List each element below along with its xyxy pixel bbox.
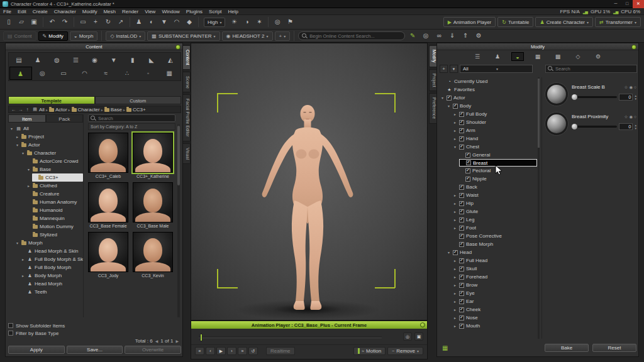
side-tab-visual[interactable]: Visual [183, 143, 191, 164]
spin-down-icon[interactable]: ▾ [635, 127, 636, 130]
close-button[interactable]: ✕ [633, 0, 644, 8]
expand-arrow-icon[interactable]: ▸ [453, 275, 457, 279]
morph-search[interactable] [545, 65, 637, 73]
expand-arrow-icon[interactable]: ▸ [453, 258, 457, 263]
accessory-icon[interactable]: ◆ [184, 16, 195, 28]
content-tree-item-head-morph[interactable]: ♟Head Morph [21, 280, 83, 288]
menu-modify[interactable]: Modify [79, 8, 101, 15]
content-tree-item-actorcore-crowd[interactable]: ActorCore Crowd [26, 157, 83, 165]
slider-track[interactable] [572, 96, 617, 98]
keyframe-icon[interactable]: ◉ [629, 85, 633, 90]
pants-icon[interactable]: ▮ [123, 53, 142, 67]
side-tab-modify[interactable]: Modify [429, 45, 436, 67]
category-checkbox[interactable]: ✓ [465, 153, 470, 158]
up-icon[interactable]: ↑ [24, 107, 31, 112]
reset-button[interactable]: Reset [592, 344, 636, 352]
expand-arrow-icon[interactable]: ▸ [453, 291, 457, 295]
substance-painter-button[interactable]: ▩SUBSTANCE PAINTER▾ [147, 31, 219, 41]
morph-category-dropdown[interactable]: All ▾ [460, 65, 533, 73]
morph-category-hip[interactable]: ▸✓Hip [453, 199, 537, 207]
bake-button[interactable]: Bake [545, 344, 589, 352]
realtime-button[interactable]: Realtime [266, 347, 295, 355]
save-project-icon[interactable]: ▣ [28, 16, 40, 28]
step-forward-button[interactable]: › [227, 347, 236, 355]
morph-category-mouth[interactable]: ▸✓Mouth [453, 322, 537, 330]
category-checkbox[interactable]: ✓ [459, 185, 464, 190]
link-icon[interactable]: ∞ [433, 30, 445, 41]
misc-icon[interactable]: ▦ [158, 67, 180, 80]
morph-category-glute[interactable]: ▸✓Glute [453, 207, 537, 216]
filter-base-type-checkbox[interactable]: Filter by Base Type [8, 329, 181, 337]
morph-category-eye[interactable]: ▸✓Eye [453, 289, 537, 297]
menu-render[interactable]: Render [119, 8, 142, 15]
morph-category-hand[interactable]: ▸✓Hand [453, 134, 537, 143]
attribute-tab-icon[interactable]: ☰ [471, 52, 484, 61]
keyframe-icon[interactable]: ◉ [629, 114, 633, 119]
item-tab[interactable]: Item [8, 114, 46, 123]
category-checkbox[interactable]: ✓ [459, 258, 464, 263]
rotate-tool-icon[interactable]: ↻ [103, 16, 114, 28]
morph-category-skull[interactable]: ▸✓Skull [453, 265, 537, 273]
category-checkbox[interactable]: ✓ [459, 209, 464, 214]
category-checkbox[interactable]: ✓ [459, 145, 464, 150]
texture-tab-icon[interactable]: ▩ [552, 52, 564, 61]
morph-category-arm[interactable]: ▸✓Arm [453, 126, 537, 134]
side-tab-scene[interactable]: Scene [183, 72, 191, 93]
category-checkbox[interactable]: ✓ [459, 266, 464, 272]
camera-icon[interactable]: ◎ [272, 16, 283, 28]
slider-knob[interactable] [572, 94, 577, 100]
morph-category-full-body[interactable]: ▸✓Full Body [453, 110, 537, 118]
slider-value-input[interactable]: 0 [619, 94, 633, 101]
expand-arrow-icon[interactable]: ▾ [453, 145, 457, 149]
menu-plugins[interactable]: Plugins [183, 8, 206, 15]
morph-category-nose[interactable]: ▸✓Nose [453, 314, 537, 322]
material-tab-icon[interactable]: ▦ [531, 52, 544, 61]
play-button[interactable]: ▶ [216, 347, 226, 355]
morph-category-currently-used[interactable]: ◔Currently Used [440, 77, 537, 85]
modify-toggle-button[interactable]: ✎ Modify [38, 31, 68, 41]
headshot-button[interactable]: ◉HEADSHOT 2▾ [222, 31, 273, 41]
menu-create[interactable]: Create [30, 8, 51, 15]
menu-help[interactable]: Help [225, 8, 242, 15]
content-tree-item-character[interactable]: ▾Character [21, 149, 83, 157]
paint-brush-icon[interactable]: ✎ [407, 30, 418, 41]
content-tree-item-project[interactable]: ▸Project [15, 133, 83, 141]
beard-icon[interactable]: ∴ [116, 67, 138, 80]
content-toggle-button[interactable]: ▤ Content [3, 31, 36, 41]
pack-tab[interactable]: Pack [46, 114, 84, 123]
online-search-input[interactable] [309, 33, 401, 39]
morph-category-pose-corrective[interactable]: ✓Pose Corrective [453, 232, 537, 240]
show-subfolder-checkbox[interactable]: Show Subfolder Items [8, 322, 181, 329]
side-tab-preference[interactable]: Preference [429, 93, 436, 123]
expand-arrow-icon[interactable]: ▸ [453, 299, 457, 304]
full-body-icon[interactable]: ♟ [9, 67, 32, 80]
expand-arrow-icon[interactable]: ▸ [21, 257, 25, 261]
expand-arrow-icon[interactable]: ▸ [453, 226, 457, 230]
hair-icon[interactable]: ◠ [74, 67, 96, 80]
spin-down-icon[interactable]: ▾ [635, 97, 636, 101]
content-tree-item-stylized[interactable]: Stylized [26, 231, 83, 239]
morph-category-waist[interactable]: ▸✓Waist [453, 191, 537, 199]
favorite-icon[interactable]: ☆ [625, 114, 628, 119]
shadow-icon[interactable]: ◑ [241, 16, 252, 28]
category-checkbox[interactable]: ✓ [459, 226, 464, 231]
skeleton-icon[interactable]: ☰ [66, 53, 85, 67]
morph-category-full-head[interactable]: ▸✓Full Head [453, 256, 537, 265]
category-checkbox[interactable]: ✓ [459, 217, 464, 222]
category-checkbox[interactable]: ✓ [459, 275, 464, 280]
morph-category-cheek[interactable]: ▸✓Cheek [453, 305, 537, 314]
category-checkbox[interactable]: ✓ [459, 193, 464, 198]
expand-arrow-icon[interactable]: ▸ [453, 266, 457, 271]
expand-arrow-icon[interactable]: ▸ [453, 128, 457, 133]
add-morph-button[interactable]: + [440, 65, 448, 73]
upload-icon[interactable]: ⇑ [460, 30, 471, 41]
category-checkbox[interactable]: ✓ [459, 315, 464, 321]
expand-arrow-icon[interactable]: ▸ [453, 315, 457, 320]
content-tree-item-morph[interactable]: ▾Morph [15, 239, 83, 247]
content-tree-item-humanoid[interactable]: Humanoid [26, 206, 83, 214]
settings-tab-icon[interactable]: ⚙ [592, 52, 604, 61]
morph-category-head[interactable]: ▾✓Head [447, 248, 537, 256]
menu-edit[interactable]: Edit [14, 8, 30, 15]
reset-slider-icon[interactable]: ○ [634, 85, 636, 90]
expand-arrow-icon[interactable]: ▾ [15, 143, 19, 147]
